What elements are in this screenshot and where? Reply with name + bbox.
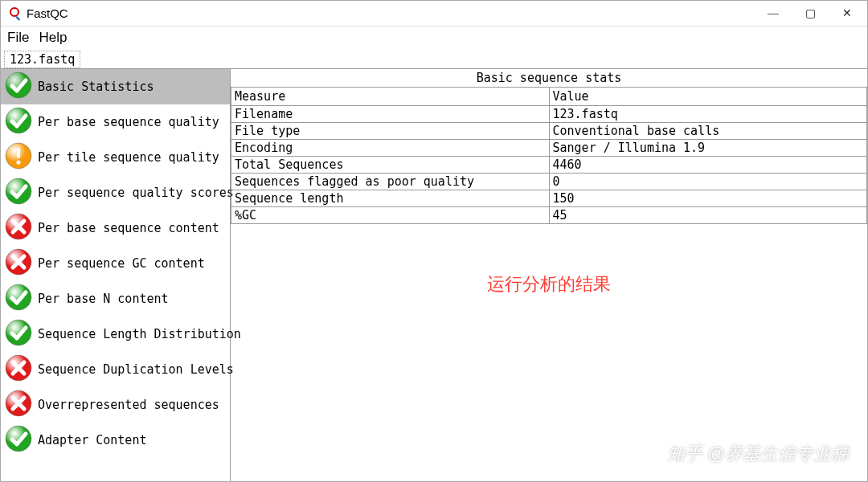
svg-point-11: [6, 320, 31, 345]
stats-table: Measure Value Filename123.fastqFile type…: [231, 87, 867, 224]
sidebar-item-per-base-sequence-quality[interactable]: Per base sequence quality: [1, 104, 230, 140]
pass-status-icon: [4, 283, 33, 315]
cell-value: 4460: [549, 157, 867, 174]
sidebar-item-per-base-n-content[interactable]: Per base N content: [1, 281, 230, 317]
window-title: FastQC: [27, 6, 755, 20]
table-row: EncodingSanger / Illumina 1.9: [231, 140, 867, 157]
sidebar-item-per-base-sequence-content[interactable]: Per base sequence content: [1, 210, 230, 246]
tab-file[interactable]: 123.fastq: [4, 51, 80, 68]
table-row: Sequences flagged as poor quality0: [231, 174, 867, 190]
cell-value: Sanger / Illumina 1.9: [549, 140, 867, 157]
sidebar-item-label: Per tile sequence quality: [38, 150, 219, 165]
window-controls: — ▢ ✕: [755, 2, 866, 26]
sidebar-item-label: Overrepresented sequences: [38, 398, 219, 412]
menu-help[interactable]: Help: [35, 28, 70, 47]
svg-point-0: [10, 8, 18, 16]
sidebar-item-label: Sequence Duplication Levels: [38, 362, 234, 377]
cell-value: 0: [549, 174, 867, 190]
sidebar-item-per-sequence-quality-scores[interactable]: Per sequence quality scores: [1, 175, 230, 210]
cell-measure: File type: [231, 123, 550, 140]
app-icon: [7, 6, 22, 21]
sidebar-item-label: Per base N content: [38, 292, 169, 306]
cell-value: 123.fastq: [549, 106, 867, 123]
pass-status-icon: [4, 177, 33, 209]
sidebar-item-label: Per sequence quality scores: [38, 186, 234, 200]
module-sidebar: Basic StatisticsPer base sequence qualit…: [1, 69, 231, 481]
sidebar-item-overrepresented-sequences[interactable]: Overrepresented sequences: [1, 387, 230, 423]
svg-point-10: [6, 284, 31, 310]
menubar: File Help: [1, 27, 867, 51]
warn-status-icon: [4, 141, 33, 174]
svg-point-6: [16, 160, 20, 164]
main-panel: Basic sequence stats Measure Value Filen…: [231, 69, 867, 481]
sidebar-item-sequence-duplication-levels[interactable]: Sequence Duplication Levels: [1, 352, 230, 387]
watermark: 知乎 @养基生信专业梯: [667, 442, 849, 466]
table-header-value: Value: [549, 88, 867, 106]
cell-measure: Encoding: [231, 140, 550, 157]
sidebar-item-basic-statistics[interactable]: Basic Statistics: [1, 69, 230, 104]
tabbar: 123.fastq: [1, 51, 867, 68]
table-header-measure: Measure: [231, 88, 550, 106]
svg-rect-5: [17, 148, 20, 158]
svg-point-3: [6, 108, 31, 133]
table-row: Sequence length150: [231, 190, 867, 207]
fail-status-icon: [4, 389, 33, 421]
sidebar-item-label: Per sequence GC content: [38, 256, 205, 271]
menu-file[interactable]: File: [4, 28, 32, 47]
svg-rect-1: [15, 16, 20, 21]
table-row: Total Sequences4460: [231, 157, 867, 174]
sidebar-item-per-sequence-gc-content[interactable]: Per sequence GC content: [1, 246, 230, 281]
close-button[interactable]: ✕: [829, 2, 866, 26]
cell-measure: Sequences flagged as poor quality: [231, 174, 550, 190]
pass-status-icon: [4, 71, 33, 103]
cell-value: Conventional base calls: [549, 123, 867, 140]
svg-point-2: [6, 72, 31, 98]
table-row: %GC45: [231, 207, 867, 224]
sidebar-item-per-tile-sequence-quality[interactable]: Per tile sequence quality: [1, 140, 230, 175]
pass-status-icon: [4, 424, 33, 456]
fail-status-icon: [4, 247, 33, 280]
sidebar-item-label: Per base sequence quality: [38, 115, 219, 129]
titlebar: FastQC — ▢ ✕: [1, 1, 867, 27]
sidebar-item-adapter-content[interactable]: Adapter Content: [1, 423, 230, 458]
cell-measure: %GC: [231, 207, 550, 224]
pass-status-icon: [4, 318, 33, 350]
maximize-button[interactable]: ▢: [792, 2, 829, 26]
cell-measure: Filename: [231, 106, 550, 123]
sidebar-item-label: Basic Statistics: [38, 80, 154, 94]
cell-value: 45: [549, 207, 867, 224]
fail-status-icon: [4, 353, 33, 386]
sidebar-item-sequence-length-distribution[interactable]: Sequence Length Distribution: [1, 317, 230, 352]
table-row: File typeConventional base calls: [231, 123, 867, 140]
sidebar-item-label: Per base sequence content: [38, 221, 219, 235]
fail-status-icon: [4, 212, 33, 244]
svg-point-14: [6, 426, 31, 451]
app-window: FastQC — ▢ ✕ File Help 123.fastq Basic S…: [0, 0, 868, 482]
pass-status-icon: [4, 106, 33, 138]
content-area: Basic StatisticsPer base sequence qualit…: [1, 68, 867, 481]
annotation-text: 运行分析的结果: [231, 272, 867, 296]
minimize-button[interactable]: —: [755, 2, 792, 26]
cell-value: 150: [549, 190, 867, 207]
svg-point-7: [6, 178, 31, 204]
cell-measure: Total Sequences: [231, 157, 550, 174]
table-row: Filename123.fastq: [231, 106, 867, 123]
panel-title: Basic sequence stats: [231, 69, 867, 87]
sidebar-item-label: Adapter Content: [38, 433, 146, 447]
cell-measure: Sequence length: [231, 190, 550, 207]
sidebar-item-label: Sequence Length Distribution: [38, 327, 241, 341]
